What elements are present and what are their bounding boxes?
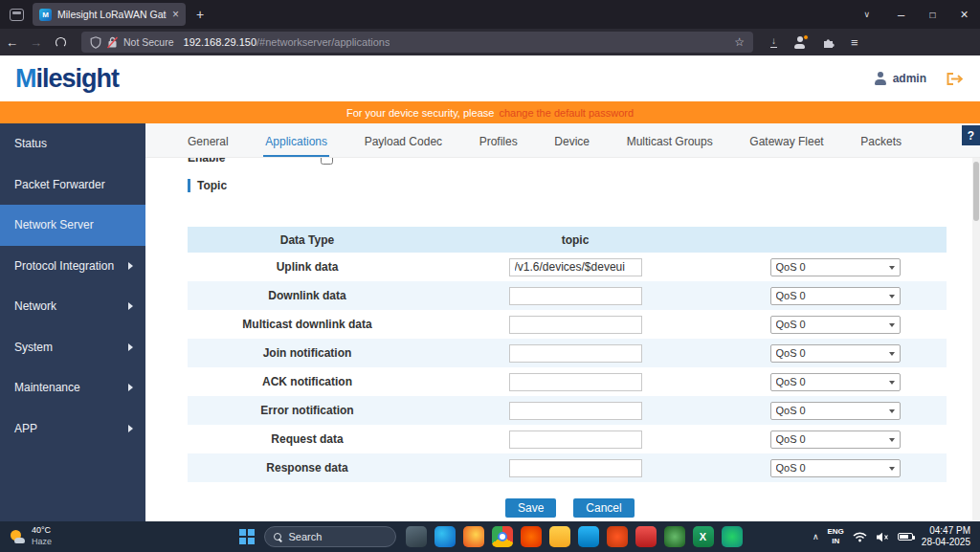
brave-icon[interactable]: [607, 526, 628, 547]
row-label: Downlink data: [188, 289, 427, 302]
defender-icon[interactable]: [635, 526, 657, 547]
tab-gateway-fleet[interactable]: Gateway Fleet: [747, 135, 825, 157]
url-text[interactable]: 192.168.29.150 /#networkserver/applicati…: [184, 36, 390, 48]
extensions-puzzle-icon[interactable]: [822, 36, 835, 49]
address-bar[interactable]: Not Secure 192.168.29.150 /#networkserve…: [81, 32, 753, 53]
taskbar-search[interactable]: Search: [264, 526, 396, 547]
menu-icon[interactable]: [851, 35, 858, 50]
tab-general[interactable]: General: [186, 135, 231, 157]
topic-input[interactable]: [509, 459, 642, 477]
qos-select[interactable]: QoS 0: [770, 431, 901, 449]
back-button[interactable]: [0, 35, 24, 50]
sidebar-item-maintenance[interactable]: Maintenance: [0, 367, 145, 408]
opera-icon[interactable]: [521, 526, 542, 547]
topic-input[interactable]: [509, 258, 642, 276]
qos-select[interactable]: QoS 0: [770, 402, 901, 420]
sidebar-item-label: Maintenance: [14, 381, 80, 394]
forward-button[interactable]: [24, 35, 48, 50]
table-row: Join notification QoS 0: [188, 339, 947, 367]
logout-icon[interactable]: [946, 72, 965, 86]
table-row: ACK notification QoS 0: [188, 367, 947, 396]
col-header-topic: topic: [427, 233, 724, 247]
user-menu[interactable]: admin: [874, 72, 926, 85]
tab-applications[interactable]: Applications: [263, 135, 329, 157]
window-close-button[interactable]: [948, 0, 980, 29]
battery-icon[interactable]: [898, 533, 913, 541]
clock-widget[interactable]: 04:47 PM 28-04-2025: [922, 525, 970, 549]
sidebar-item-packet-forwarder[interactable]: Packet Forwarder: [0, 165, 145, 206]
qos-select[interactable]: QoS 0: [770, 459, 901, 477]
firefox-view-icon[interactable]: [10, 9, 24, 21]
account-icon[interactable]: [793, 36, 806, 49]
system-app-icon[interactable]: [406, 526, 427, 547]
qos-select[interactable]: QoS 0: [770, 258, 901, 276]
topic-input[interactable]: [509, 431, 642, 449]
downloads-icon[interactable]: [770, 36, 777, 48]
sidebar-item-network-server[interactable]: Network Server: [0, 205, 145, 246]
sidebar-item-status[interactable]: Status: [0, 123, 145, 165]
firefox-icon[interactable]: [463, 526, 484, 547]
tab-device[interactable]: Device: [552, 135, 591, 157]
vertical-scrollbar[interactable]: [972, 158, 980, 521]
tracking-protection-shield-icon[interactable]: [90, 36, 101, 49]
topic-cell: [427, 431, 724, 449]
cancel-button[interactable]: Cancel: [573, 498, 634, 518]
sidebar-item-label: Packet Forwarder: [14, 178, 105, 191]
chrome-icon[interactable]: [492, 526, 513, 547]
file-explorer-icon[interactable]: [549, 526, 570, 547]
window-minimize-button[interactable]: [885, 0, 917, 29]
sidebar-item-label: System: [14, 341, 53, 354]
topic-input[interactable]: [509, 373, 642, 391]
tab-multicast-groups[interactable]: Multicast Groups: [625, 135, 715, 157]
row-label: ACK notification: [188, 375, 427, 388]
weather-desc: Haze: [32, 537, 52, 548]
topic-cell: [427, 402, 724, 420]
qos-select[interactable]: QoS 0: [770, 344, 901, 363]
enable-checkbox[interactable]: [321, 158, 333, 165]
wifi-icon[interactable]: [853, 532, 867, 542]
help-button[interactable]: ?: [962, 125, 980, 145]
hidden-icons-chevron-icon[interactable]: [813, 532, 819, 541]
browser-tab[interactable]: Milesight LoRaWAN Gateway: [33, 3, 186, 26]
topic-input[interactable]: [509, 344, 642, 363]
url-host: 192.168.29.150: [184, 36, 256, 48]
topic-input[interactable]: [509, 316, 642, 334]
topic-input[interactable]: [509, 402, 642, 420]
qos-select[interactable]: QoS 0: [770, 316, 901, 334]
edge-icon[interactable]: [434, 526, 456, 547]
tab-packets[interactable]: Packets: [858, 135, 903, 157]
insecure-lock-icon[interactable]: [107, 36, 118, 49]
excel-icon[interactable]: [693, 526, 714, 547]
change-password-link[interactable]: change the default password: [499, 107, 634, 119]
tab-close-icon[interactable]: [172, 9, 179, 20]
spotify-icon[interactable]: [664, 526, 685, 547]
start-button-icon[interactable]: [239, 529, 255, 544]
whatsapp-icon[interactable]: [722, 526, 743, 547]
sidebar-item-system[interactable]: System: [0, 327, 145, 368]
sidebar-item-app[interactable]: APP: [0, 408, 145, 450]
weather-widget[interactable]: 40°C Haze: [0, 525, 163, 547]
volume-icon[interactable]: [876, 532, 889, 542]
bookmark-star-icon[interactable]: [734, 35, 745, 49]
tab-profiles[interactable]: Profiles: [478, 135, 520, 157]
list-all-tabs-icon[interactable]: [863, 10, 870, 19]
sidebar-item-network[interactable]: Network: [0, 286, 145, 327]
window-maximize-button[interactable]: [917, 0, 948, 29]
reload-icon[interactable]: [56, 37, 66, 48]
topic-input[interactable]: [509, 287, 642, 305]
row-label: Request data: [188, 432, 427, 446]
main-panel: General Applications Payload Codec Profi…: [145, 123, 980, 521]
new-tab-button[interactable]: [196, 7, 204, 22]
taskbar-center: Search: [239, 521, 743, 552]
qos-select[interactable]: QoS 0: [770, 287, 901, 305]
milesight-logo: Milesight: [15, 64, 119, 94]
sidebar-item-protocol-integration[interactable]: Protocol Integration: [0, 246, 145, 287]
tab-payload-codec[interactable]: Payload Codec: [363, 135, 444, 157]
sidebar-item-label: Status: [14, 137, 47, 150]
qos-cell: QoS 0: [724, 373, 947, 391]
outlook-icon[interactable]: [578, 526, 599, 547]
language-indicator[interactable]: ENG IN: [828, 527, 844, 545]
qos-select[interactable]: QoS 0: [770, 373, 901, 391]
save-button[interactable]: Save: [505, 498, 556, 518]
scrollbar-thumb[interactable]: [973, 162, 979, 221]
